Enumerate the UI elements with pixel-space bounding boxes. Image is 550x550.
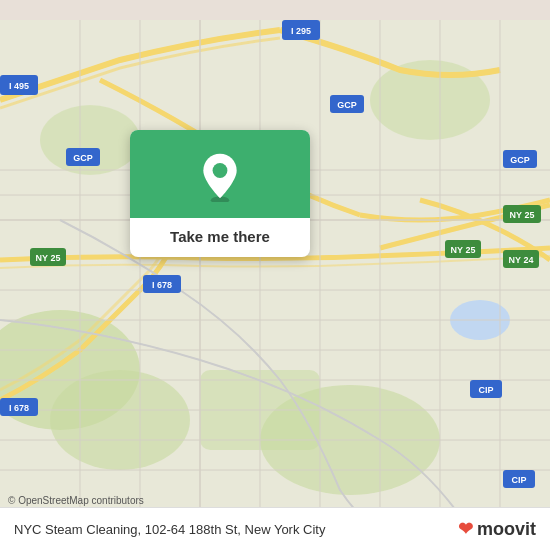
take-me-there-button[interactable]: Take me there: [160, 218, 280, 257]
svg-text:CIP: CIP: [511, 475, 526, 485]
svg-text:NY 25: NY 25: [451, 245, 476, 255]
moovit-heart-icon: ❤: [458, 518, 473, 540]
map-container: I 495 I 295 GCP GCP NY 25 NY 25 NY 25 NY…: [0, 0, 550, 550]
svg-text:NY 25: NY 25: [510, 210, 535, 220]
location-text: NYC Steam Cleaning, 102-64 188th St, New…: [14, 522, 458, 537]
svg-text:I 678: I 678: [152, 280, 172, 290]
svg-text:I 295: I 295: [291, 26, 311, 36]
svg-text:GCP: GCP: [337, 100, 357, 110]
bottom-bar: NYC Steam Cleaning, 102-64 188th St, New…: [0, 507, 550, 550]
moovit-logo-text: moovit: [477, 519, 536, 540]
osm-attribution: © OpenStreetMap contributors: [8, 495, 144, 506]
svg-text:NY 25: NY 25: [36, 253, 61, 263]
svg-text:NY 24: NY 24: [509, 255, 534, 265]
svg-text:I 495: I 495: [9, 81, 29, 91]
card-green-header: [130, 130, 310, 218]
svg-text:GCP: GCP: [510, 155, 530, 165]
svg-point-53: [213, 163, 228, 178]
take-me-there-card[interactable]: Take me there: [130, 130, 310, 257]
svg-text:GCP: GCP: [73, 153, 93, 163]
svg-point-2: [50, 370, 190, 470]
moovit-logo: ❤ moovit: [458, 518, 536, 540]
svg-text:CIP: CIP: [478, 385, 493, 395]
svg-text:I 678: I 678: [9, 403, 29, 413]
